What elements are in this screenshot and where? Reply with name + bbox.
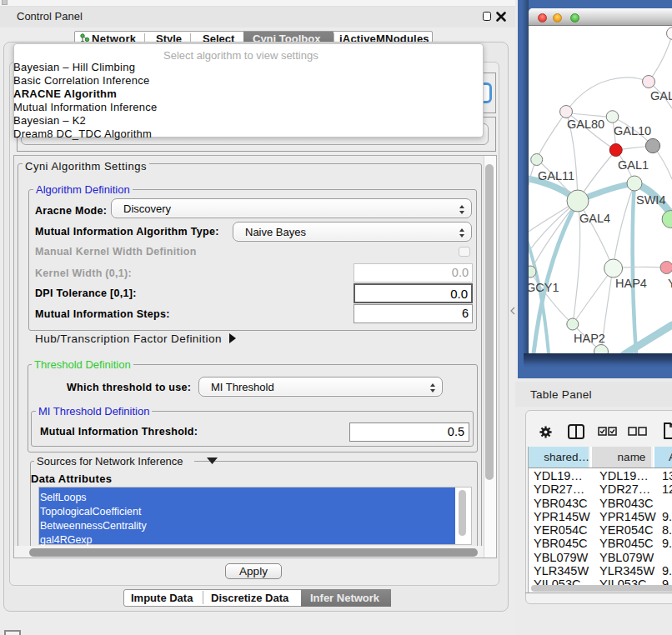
svg-text:YP: YP xyxy=(668,277,672,290)
svg-text:GAL7: GAL7 xyxy=(650,89,672,102)
svg-text:GAL1: GAL1 xyxy=(618,158,649,172)
svg-text:HAP4: HAP4 xyxy=(615,277,647,290)
svg-text:GAL10: GAL10 xyxy=(614,124,651,138)
svg-text:GAL80: GAL80 xyxy=(567,118,604,131)
svg-text:GAL4: GAL4 xyxy=(579,212,610,225)
svg-text:GCY1: GCY1 xyxy=(529,281,559,294)
svg-text:HAP2: HAP2 xyxy=(574,332,605,345)
svg-text:GAL11: GAL11 xyxy=(538,169,574,182)
svg-text:SWI4: SWI4 xyxy=(636,193,665,207)
